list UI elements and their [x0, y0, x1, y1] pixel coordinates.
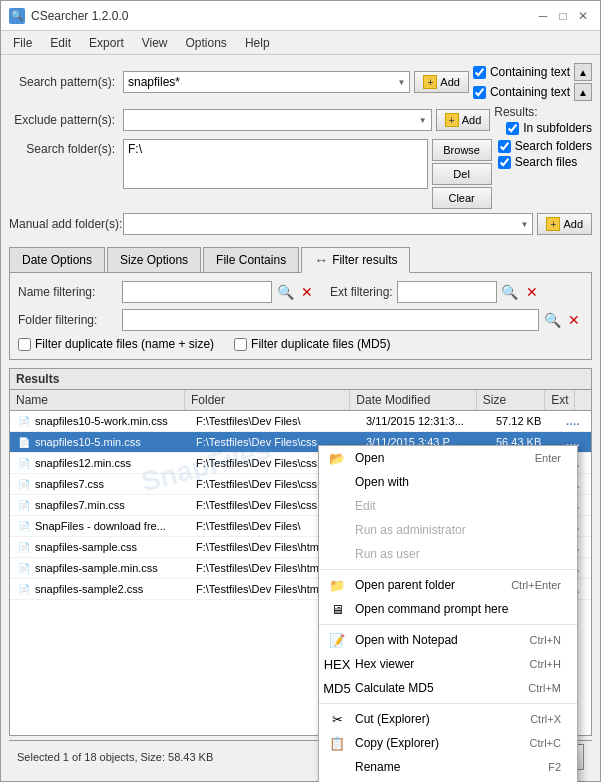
context-menu-item[interactable]: Open with — [319, 470, 577, 494]
exclude-pattern-add-button[interactable]: + Add — [436, 109, 491, 131]
minimize-button[interactable]: ─ — [534, 7, 552, 25]
folder-filter-search-icon[interactable]: 🔍 — [543, 311, 561, 329]
ctx-item-icon: ✂ — [327, 709, 347, 729]
search-folder-value: F:\ — [128, 142, 142, 156]
containing-text-check-1[interactable] — [473, 66, 486, 79]
search-pattern-add-button[interactable]: + Add — [414, 71, 469, 93]
dup-md5-check[interactable] — [234, 338, 247, 351]
folder-filter-clear-icon[interactable]: ✕ — [565, 311, 583, 329]
cell-name: 📄 snapfiles-sample2.css — [10, 579, 190, 599]
manual-add-arrow[interactable]: ▼ — [521, 220, 529, 229]
menu-export[interactable]: Export — [81, 34, 132, 52]
dup-md5-row: Filter duplicate files (MD5) — [234, 337, 390, 351]
table-header: Name Folder Date Modified Size Ext — [10, 390, 591, 411]
file-icon: 📄 — [16, 518, 32, 534]
name-filter-label: Name filtering: — [18, 285, 118, 299]
context-menu-item[interactable]: Rename F2 — [319, 755, 577, 779]
tab-filter-results[interactable]: ↔ Filter results — [301, 247, 410, 273]
containing-text-up-1[interactable]: ▲ — [574, 63, 592, 81]
ctx-item-label: Edit — [355, 499, 376, 513]
ctx-item-icon: 📂 — [327, 448, 347, 468]
search-pattern-combo[interactable]: snapfiles* ▼ — [123, 71, 410, 93]
manual-add-button[interactable]: + Add — [537, 213, 592, 235]
ctx-item-icon: MD5 — [327, 678, 347, 698]
results-section-labels: Results: In subfolders — [494, 105, 592, 135]
col-header-ext[interactable]: Ext — [545, 390, 575, 410]
tab-content-filter: Name filtering: 🔍 ✕ Ext filtering: 🔍 ✕ F… — [9, 273, 592, 360]
context-menu-item[interactable]: ✂ Cut (Explorer) Ctrl+X — [319, 707, 577, 731]
col-header-size[interactable]: Size — [477, 390, 545, 410]
menu-bar: File Edit Export View Options Help — [1, 31, 600, 55]
menu-file[interactable]: File — [5, 34, 40, 52]
in-subfolders-check[interactable] — [506, 122, 519, 135]
folder-filter-input[interactable] — [122, 309, 539, 331]
menu-options[interactable]: Options — [178, 34, 235, 52]
name-filter-input[interactable] — [122, 281, 272, 303]
context-menu-item: Edit — [319, 494, 577, 518]
in-subfolders-row: In subfolders — [494, 121, 592, 135]
ctx-item-label: Open — [355, 451, 384, 465]
ext-filter-input[interactable] — [397, 281, 497, 303]
file-icon: 📄 — [16, 497, 32, 513]
cell-name: 📄 SnapFiles - download fre... — [10, 516, 190, 536]
cell-size: 57.12 KB — [490, 413, 560, 429]
dup-name-size-row: Filter duplicate files (name + size) — [18, 337, 214, 351]
ctx-item-icon: 📝 — [327, 630, 347, 650]
col-header-date[interactable]: Date Modified — [350, 390, 477, 410]
exclude-pattern-combo[interactable]: ▼ — [123, 109, 432, 131]
containing-text-up-2[interactable]: ▲ — [574, 83, 592, 101]
menu-view[interactable]: View — [134, 34, 176, 52]
ctx-item-shortcut: F2 — [548, 761, 561, 773]
name-filter-clear-icon[interactable]: ✕ — [298, 283, 316, 301]
search-folder-list[interactable]: F:\ — [123, 139, 428, 189]
ctx-item-label: Copy (Explorer) — [355, 736, 439, 750]
dup-name-size-check[interactable] — [18, 338, 31, 351]
name-filter-search-icon[interactable]: 🔍 — [276, 283, 294, 301]
context-menu-item[interactable]: 🖥 Open command prompt here — [319, 597, 577, 621]
file-icon: 📄 — [16, 476, 32, 492]
ext-filter-clear-icon[interactable]: ✕ — [523, 283, 541, 301]
menu-help[interactable]: Help — [237, 34, 278, 52]
context-menu-item[interactable]: 📝 Open with Notepad Ctrl+N — [319, 628, 577, 652]
col-header-name[interactable]: Name — [10, 390, 185, 410]
cell-name: 📄 snapfiles12.min.css — [10, 453, 190, 473]
browse-button[interactable]: Browse — [432, 139, 492, 161]
table-row[interactable]: 📄 snapfiles10-5-work.min.css F:\Testfile… — [10, 411, 591, 432]
ctx-item-label: Calculate MD5 — [355, 681, 434, 695]
add-icon-1: + — [423, 75, 437, 89]
containing-text-check-2[interactable] — [473, 86, 486, 99]
manual-add-combo[interactable]: ▼ — [123, 213, 533, 235]
search-files-row: Search files — [498, 155, 592, 169]
right-checkboxes-top: Containing text ▲ Containing text ▲ — [473, 63, 592, 101]
context-menu-item[interactable]: MD5 Calculate MD5 Ctrl+M — [319, 676, 577, 700]
ext-filter-search-icon[interactable]: 🔍 — [501, 283, 519, 301]
context-menu-item[interactable]: 📋 Copy (Explorer) Ctrl+C — [319, 731, 577, 755]
context-menu-item[interactable]: HEX Hex viewer Ctrl+H — [319, 652, 577, 676]
search-files-label: Search files — [515, 155, 578, 169]
search-folders-check[interactable] — [498, 140, 511, 153]
search-pattern-arrow[interactable]: ▼ — [397, 78, 405, 87]
manual-add-folder-row: Manual add folder(s): ▼ + Add — [9, 213, 592, 235]
search-folders-row: Search folders — [498, 139, 592, 153]
ctx-item-label: Hex viewer — [355, 657, 414, 671]
maximize-button[interactable]: □ — [554, 7, 572, 25]
tab-file-contains[interactable]: File Contains — [203, 247, 299, 272]
context-menu-item[interactable]: 📂 Open Enter — [319, 446, 577, 470]
close-button[interactable]: ✕ — [574, 7, 592, 25]
context-menu-item[interactable]: 📁 Open parent folder Ctrl+Enter — [319, 573, 577, 597]
search-files-check[interactable] — [498, 156, 511, 169]
col-header-folder[interactable]: Folder — [185, 390, 350, 410]
in-subfolders-label: In subfolders — [523, 121, 592, 135]
ctx-item-icon: HEX — [327, 654, 347, 674]
exclude-pattern-arrow[interactable]: ▼ — [419, 116, 427, 125]
clear-button[interactable]: Clear — [432, 187, 492, 209]
ctx-item-label: Open command prompt here — [355, 602, 508, 616]
del-button[interactable]: Del — [432, 163, 492, 185]
tabs-bar: Date Options Size Options File Contains … — [9, 247, 592, 273]
tab-date-options[interactable]: Date Options — [9, 247, 105, 272]
ctx-item-shortcut: Ctrl+X — [530, 713, 561, 725]
tab-size-options[interactable]: Size Options — [107, 247, 201, 272]
form-section: Search pattern(s): snapfiles* ▼ + Add Co… — [9, 63, 592, 239]
menu-edit[interactable]: Edit — [42, 34, 79, 52]
search-pattern-row: Search pattern(s): snapfiles* ▼ + Add Co… — [9, 63, 592, 101]
